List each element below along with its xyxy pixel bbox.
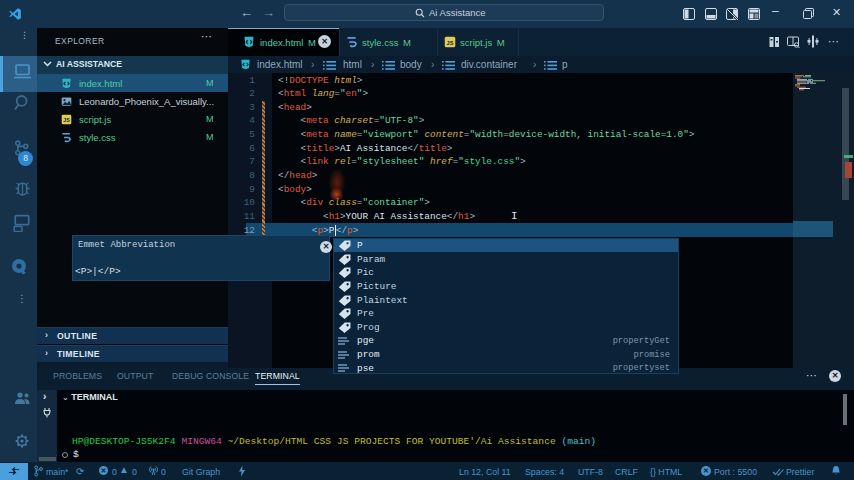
svg-text:JS: JS [63, 117, 70, 123]
svg-text:JS: JS [447, 40, 454, 46]
